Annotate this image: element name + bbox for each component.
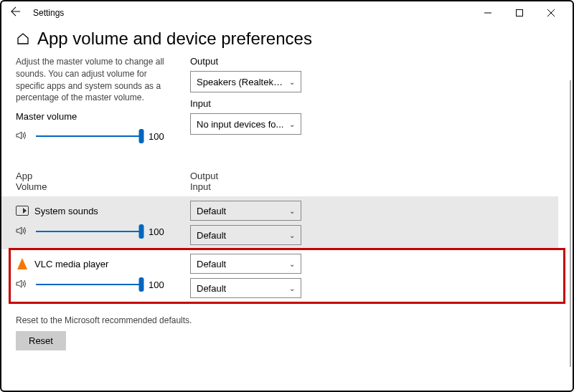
master-volume-label: Master volume [16, 111, 170, 122]
app-name-row: System sounds [16, 204, 170, 217]
speaker-icon[interactable] [16, 226, 29, 238]
slider-thumb[interactable] [139, 224, 144, 239]
app-volume-slider[interactable] [36, 279, 141, 290]
app-volume-row: 100 [16, 221, 170, 242]
header-volume: Volume [16, 181, 170, 192]
app-output-select[interactable]: Default⌄ [190, 254, 301, 274]
input-device-value: No input devices fo... [197, 119, 283, 130]
output-label: Output [190, 56, 301, 67]
app-row-right: Default⌄Default⌄ [190, 254, 301, 298]
master-volume-row: 100 [16, 126, 170, 146]
output-device-value: Speakers (Realtek Hi... [197, 77, 285, 87]
header-input: Input [190, 181, 301, 192]
select-value: Default [197, 206, 226, 216]
chevron-down-icon: ⌄ [289, 78, 295, 86]
slider-fill [36, 231, 141, 232]
master-volume-slider[interactable] [36, 130, 141, 142]
window-title: Settings [33, 8, 64, 18]
app-input-select[interactable]: Default⌄ [190, 278, 301, 298]
arrow-left-icon [11, 6, 21, 16]
reset-area: Reset to the Microsoft recommended defau… [16, 315, 558, 350]
settings-window: Settings App volume and device preferenc… [0, 0, 574, 392]
slider-thumb[interactable] [139, 129, 144, 143]
minimize-icon [484, 9, 491, 16]
speaker-icon[interactable] [16, 130, 29, 143]
app-input-select[interactable]: Default⌄ [190, 225, 301, 245]
chevron-down-icon: ⌄ [289, 207, 295, 215]
titlebar: Settings [1, 1, 573, 24]
app-row-right: Default⌄Default⌄ [190, 201, 301, 245]
app-list: System sounds100Default⌄Default⌄VLC medi… [16, 196, 558, 302]
back-button[interactable] [7, 6, 24, 19]
output-device-select[interactable]: Speakers (Realtek Hi... ⌄ [190, 71, 301, 92]
app-row[interactable]: System sounds100Default⌄Default⌄ [1, 196, 558, 249]
maximize-icon [516, 9, 523, 16]
input-label: Input [190, 98, 301, 109]
app-output-select[interactable]: Default⌄ [190, 201, 301, 221]
content-area: App volume and device preferences Adjust… [1, 24, 573, 358]
scrollbar[interactable] [570, 80, 571, 367]
speaker-icon[interactable] [16, 279, 29, 291]
app-volume-value: 100 [149, 226, 170, 237]
header-output: Output [190, 171, 301, 181]
minimize-button[interactable] [472, 3, 504, 23]
input-device-select[interactable]: No input devices fo... ⌄ [190, 113, 301, 135]
chevron-down-icon: ⌄ [289, 285, 295, 292]
app-name: System sounds [34, 206, 98, 216]
system-sounds-icon [16, 204, 29, 217]
header-app: App [16, 171, 170, 181]
page-header: App volume and device preferences [16, 29, 558, 49]
maximize-button[interactable] [504, 3, 535, 23]
app-row-wrap: System sounds100Default⌄Default⌄ [16, 196, 558, 249]
master-volume-value: 100 [149, 131, 170, 142]
chevron-down-icon: ⌄ [289, 260, 295, 268]
home-icon[interactable] [16, 32, 30, 49]
slider-thumb[interactable] [139, 277, 144, 292]
close-button[interactable] [535, 3, 567, 23]
app-name-row: VLC media player [16, 257, 170, 270]
app-row[interactable]: VLC media player100Default⌄Default⌄ [16, 249, 558, 302]
page-title: App volume and device preferences [37, 29, 312, 49]
chevron-down-icon: ⌄ [289, 231, 295, 239]
app-row-wrap: VLC media player100Default⌄Default⌄ [16, 249, 558, 302]
app-volume-slider[interactable] [36, 226, 141, 237]
reset-button[interactable]: Reset [16, 331, 66, 350]
slider-fill [36, 135, 141, 137]
select-value: Default [197, 283, 226, 294]
reset-description: Reset to the Microsoft recommended defau… [16, 315, 558, 325]
app-volume-value: 100 [149, 279, 170, 290]
vlc-icon [16, 257, 29, 270]
close-icon [547, 9, 555, 16]
app-row-left: VLC media player100 [16, 254, 170, 298]
select-value: Default [197, 230, 226, 241]
master-description: Adjust the master volume to change all s… [16, 56, 170, 104]
select-value: Default [197, 259, 226, 269]
app-list-headers: App Volume Output Input [16, 171, 558, 192]
app-name: VLC media player [34, 259, 108, 269]
app-volume-row: 100 [16, 274, 170, 295]
chevron-down-icon: ⌄ [289, 120, 295, 128]
app-row-left: System sounds100 [16, 201, 170, 245]
svg-rect-1 [517, 10, 523, 16]
slider-fill [36, 284, 141, 285]
